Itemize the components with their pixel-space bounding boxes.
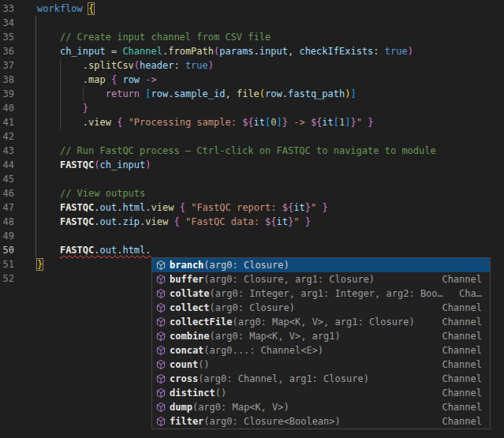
suggest-item-name: filter	[170, 414, 203, 429]
code-text: FASTQC.out.zip.view { "FastQC data: ${it…	[37, 215, 311, 229]
suggest-item-return-type: Channel	[435, 272, 482, 286]
code-line[interactable]: 37 .splitCsv(header: true)	[0, 58, 504, 73]
code-token: )	[145, 159, 151, 170]
suggest-item-dump[interactable]: dump(arg0: Map<K, V>)Channel	[152, 400, 490, 414]
code-token: it	[254, 117, 265, 128]
line-number: 50	[0, 243, 14, 257]
suggest-item-name: count	[170, 358, 198, 372]
suggest-item-collate[interactable]: collate(arg0: Integer, arg1: Integer, ar…	[152, 286, 490, 301]
suggest-item-count[interactable]: count()Channel	[152, 358, 490, 372]
code-token: view	[88, 117, 111, 128]
suggest-item-return-type: Channel	[435, 386, 482, 400]
suggest-item-collectFile[interactable]: collectFile(arg0: Map<K, V>, arg1: Closu…	[152, 315, 490, 329]
line-number: 52	[0, 271, 14, 286]
code-token	[37, 32, 60, 43]
code-token: }	[305, 216, 311, 227]
code-token: out	[100, 216, 118, 227]
code-line[interactable]: 38 .map { row ->	[0, 73, 504, 87]
error-squiggle: FASTQC.out.html.	[60, 245, 151, 256]
suggest-item-return-type: Channel	[435, 301, 482, 315]
code-token: "FastQC report:	[191, 202, 282, 213]
code-token	[37, 245, 60, 256]
code-token: "Processing sample:	[129, 117, 243, 128]
suggest-item-distinct[interactable]: distinct()Channel	[152, 386, 490, 400]
code-token: {	[174, 216, 179, 227]
code-token: .	[254, 46, 259, 57]
method-icon	[155, 345, 166, 356]
suggest-item-return-type: Channel	[435, 400, 482, 414]
code-token: }	[351, 117, 357, 128]
line-number: 36	[0, 44, 14, 58]
suggest-item-signature: (arg0: Channel, arg1: Closure)	[198, 372, 369, 386]
code-token: ]	[350, 88, 356, 99]
indent-guide	[35, 229, 36, 243]
code-token: .	[94, 202, 99, 213]
code-line[interactable]: 39 return [row.sample_id, file(row.fastq…	[0, 87, 504, 101]
code-token: row	[151, 88, 169, 99]
code-token: row	[265, 88, 282, 99]
code-token: // Run FastQC process — Ctrl-click on FA…	[60, 145, 436, 156]
code-editor[interactable]: 33workflow {3435 // Create input channel…	[0, 0, 504, 438]
suggest-item-cross[interactable]: cross(arg0: Channel, arg1: Closure)Chann…	[152, 372, 490, 386]
code-line[interactable]: 49	[0, 229, 504, 243]
code-token: // View outputs	[60, 188, 145, 199]
code-line[interactable]: 35 // Create input channel from CSV file	[0, 30, 504, 44]
code-line[interactable]: 50 FASTQC.out.html.	[0, 243, 504, 257]
suggest-item-signature: (arg0: Closure<Boolean>)	[203, 414, 340, 429]
code-line[interactable]: 41 .view { "Processing sample: ${it[0]} …	[0, 115, 504, 129]
code-line[interactable]: 45	[0, 172, 504, 186]
code-token: 0	[271, 117, 276, 128]
code-line[interactable]: 33workflow {	[0, 2, 504, 16]
code-token: "	[357, 117, 362, 128]
code-token: it	[277, 216, 288, 227]
suggest-item-concat[interactable]: concat(arg0...: Channel<E>)Channel	[152, 343, 490, 358]
code-line[interactable]: 34	[0, 16, 504, 30]
code-line[interactable]: 47 FASTQC.out.html.view { "FastQC report…	[0, 200, 504, 215]
indent-guide	[35, 44, 36, 58]
code-token: )	[208, 60, 214, 71]
line-number: 46	[0, 186, 14, 200]
code-token	[37, 46, 60, 57]
code-token: zip	[122, 216, 140, 227]
code-token: ->	[145, 74, 156, 85]
code-line[interactable]: 44 FASTQC(ch_input)	[0, 158, 504, 172]
code-token: workflow	[37, 3, 83, 14]
code-line[interactable]: 48 FASTQC.out.zip.view { "FastQC data: $…	[0, 215, 504, 229]
suggest-item-buffer[interactable]: buffer(arg0: Closure, arg1: Closure)Chan…	[152, 272, 490, 286]
code-token: .	[37, 60, 88, 71]
line-number: 45	[0, 172, 14, 186]
code-token: (	[259, 88, 265, 99]
code-line[interactable]: 40 }	[0, 101, 504, 115]
suggest-item-signature: (arg0: Closure)	[203, 258, 289, 272]
suggest-item-collect[interactable]: collect(arg0: Closure)Channel	[152, 301, 490, 315]
method-icon	[155, 359, 166, 370]
suggest-item-branch[interactable]: branch(arg0: Closure)	[152, 258, 490, 272]
line-number: 43	[0, 144, 14, 158]
code-line[interactable]: 42	[0, 129, 504, 144]
indent-guide	[35, 129, 36, 144]
method-icon	[155, 402, 166, 413]
suggest-item-name: cross	[170, 372, 198, 386]
line-number: 33	[0, 2, 14, 16]
indent-guide	[35, 73, 36, 87]
code-line[interactable]: 43 // Run FastQC process — Ctrl-click on…	[0, 144, 504, 158]
code-token: view	[145, 216, 168, 227]
suggest-item-combine[interactable]: combine(arg0: Map<K, V>, arg1)Channel	[152, 329, 490, 343]
suggest-item-name: distinct	[170, 386, 215, 400]
code-line[interactable]: 46 // View outputs	[0, 186, 504, 200]
code-token: .	[145, 202, 151, 213]
code-token: ,	[225, 88, 236, 99]
code-token: params	[219, 46, 253, 57]
code-token: ]	[277, 117, 282, 128]
code-token: {	[180, 202, 185, 213]
code-text: .view { "Processing sample: ${it[0]} -> …	[37, 115, 373, 129]
line-number: 37	[0, 58, 14, 73]
suggest-item-name: buffer	[170, 272, 203, 286]
code-token: }	[305, 202, 311, 213]
autocomplete-popup[interactable]: branch(arg0: Closure)buffer(arg0: Closur…	[151, 257, 491, 429]
code-token	[174, 202, 179, 213]
code-token: "FastQC data:	[185, 216, 265, 227]
suggest-item-filter[interactable]: filter(arg0: Closure<Boolean>)Channel	[152, 414, 490, 429]
code-line[interactable]: 36 ch_input = Channel.fromPath(params.in…	[0, 44, 504, 58]
code-token: header	[140, 60, 174, 71]
